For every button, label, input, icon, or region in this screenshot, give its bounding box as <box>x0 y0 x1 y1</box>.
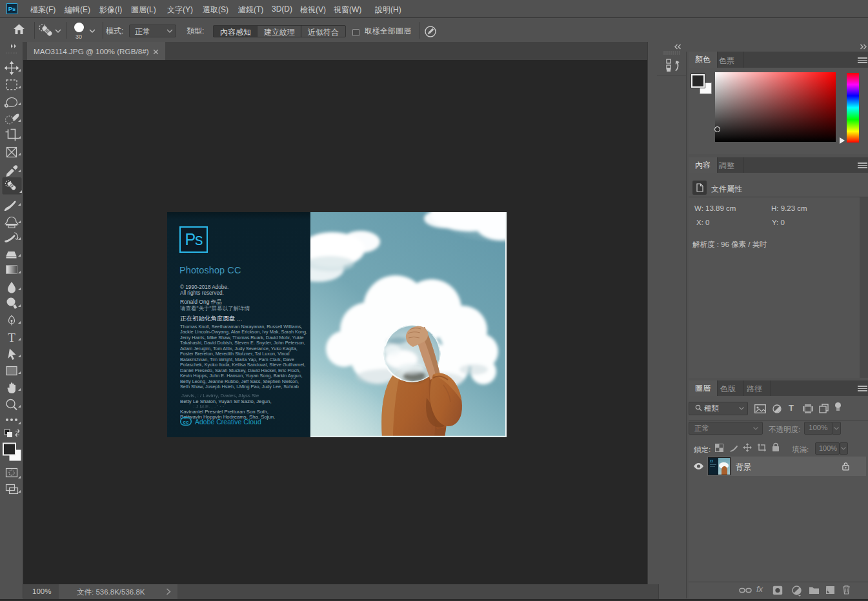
svg-text:cc: cc <box>183 419 189 425</box>
svg-text:T: T <box>8 331 15 344</box>
